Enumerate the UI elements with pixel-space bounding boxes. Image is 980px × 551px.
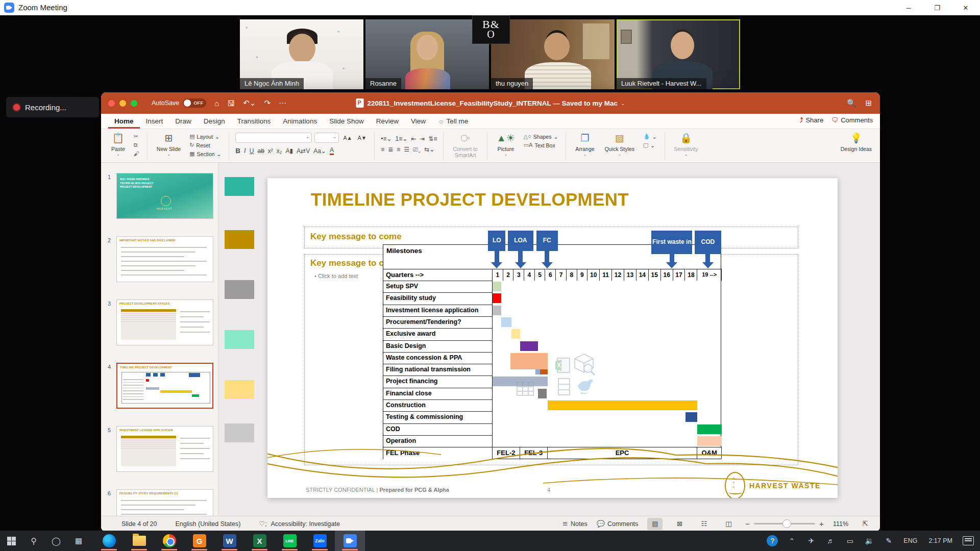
taskbar-file-explorer[interactable] xyxy=(124,531,154,551)
font-color-button[interactable]: A xyxy=(330,146,334,155)
redo-icon[interactable]: ↷ xyxy=(264,98,271,108)
slide-counter[interactable]: Slide 4 of 20 xyxy=(121,520,157,528)
columns-button[interactable]: ⎚⌄ xyxy=(413,146,421,153)
taskbar-zalo-app[interactable]: Zalo xyxy=(305,531,335,551)
theme-swatch-1[interactable] xyxy=(225,177,254,196)
task-view-icon[interactable]: ▦ xyxy=(67,531,90,551)
tab-review[interactable]: Review xyxy=(370,115,405,129)
shape-outline-button[interactable]: ▢⌄ xyxy=(642,141,658,149)
display-tray-icon[interactable]: ▭ xyxy=(841,531,859,551)
char-spacing-button[interactable]: A⇄V xyxy=(297,147,310,155)
outdent-button[interactable]: ⇤ xyxy=(411,135,416,142)
zoom-percentage[interactable]: 111% xyxy=(833,520,848,528)
reset-button[interactable]: ↻Reset xyxy=(188,141,223,149)
italic-button[interactable]: I xyxy=(244,147,246,155)
change-case-button[interactable]: Aa⌄ xyxy=(313,147,326,155)
format-painter-button[interactable]: 🖌 xyxy=(132,150,141,157)
pen-tray-icon[interactable]: ✎ xyxy=(880,531,897,551)
fit-to-window-button[interactable]: ⇱ xyxy=(857,518,873,530)
subscript-button[interactable]: x₂ xyxy=(277,147,282,155)
decrease-font-button[interactable]: A▼ xyxy=(356,133,368,143)
taskbar-line-app[interactable]: LINE xyxy=(275,531,305,551)
home-icon[interactable]: ⌂ xyxy=(214,99,219,108)
taskbar-zoom-app[interactable] xyxy=(335,531,365,551)
align-left-button[interactable]: ≡ xyxy=(381,146,384,153)
slide-thumbnail-6[interactable]: FEASIBILITY STUDY REQUIREMENTS (1) xyxy=(116,489,213,516)
taskbar-word[interactable]: W xyxy=(214,531,244,551)
participant-video-2[interactable]: Rosanne xyxy=(365,19,489,89)
mac-minimize-button[interactable] xyxy=(119,100,126,107)
tab-insert[interactable]: Insert xyxy=(140,115,169,129)
more-commands-icon[interactable]: ⋯ xyxy=(279,98,286,108)
theme-swatch-6[interactable] xyxy=(225,423,254,442)
tab-draw[interactable]: Draw xyxy=(169,115,198,129)
text-box-button[interactable]: ▭AText Box xyxy=(522,141,560,149)
align-right-button[interactable]: ≡ xyxy=(397,146,400,153)
cortana-icon[interactable]: ◯ xyxy=(45,531,67,551)
design-ideas-button[interactable]: 💡 Design Ideas xyxy=(838,131,875,154)
close-button[interactable]: ✕ xyxy=(951,0,980,15)
autosave-toggle[interactable]: OFF xyxy=(183,98,206,108)
taskbar-chrome-browser[interactable] xyxy=(154,531,184,551)
zoom-out-button[interactable]: − xyxy=(745,519,750,528)
slide-canvas[interactable]: TIMELINE PROJECT DEVELOPMENT Key message… xyxy=(267,178,838,498)
theme-swatch-3[interactable] xyxy=(225,280,254,299)
clock[interactable]: 2:17 PM xyxy=(923,537,958,544)
click-to-add-text-hint[interactable]: • Click to add text xyxy=(314,273,358,279)
gantt-chart[interactable]: MilestonesQuarters -->123456789101112131… xyxy=(383,229,721,459)
zoom-in-button[interactable]: + xyxy=(819,519,824,528)
presence-grid-icon[interactable]: ⊞ xyxy=(865,98,872,108)
mac-zoom-button[interactable] xyxy=(131,100,137,107)
document-title[interactable]: 220811_InvestmentLicense_FeasibilityStud… xyxy=(356,98,625,108)
language-indicator[interactable]: English (United States) xyxy=(176,520,241,528)
restore-button[interactable]: ❐ xyxy=(923,0,951,15)
undo-icon[interactable]: ↶⌄ xyxy=(243,98,256,108)
convert-smartart-button[interactable]: ⧂ Convert to SmartArt xyxy=(450,131,480,160)
zoom-knob[interactable] xyxy=(782,519,791,528)
numbering-button[interactable]: 1≡⌄ xyxy=(395,135,407,142)
quick-styles-button[interactable]: ▨ Quick Styles⌄ xyxy=(602,131,638,158)
action-center-icon[interactable] xyxy=(960,531,977,551)
tab-tell-me[interactable]: ☼Tell me xyxy=(432,115,474,129)
slide-thumbnail-2[interactable]: IMPORTANT NOTICE AND DISCLAIMER xyxy=(116,236,213,282)
microphone-tray-icon[interactable]: ♬ xyxy=(822,531,839,551)
taskbar-g-app[interactable]: G xyxy=(184,531,214,551)
section-button[interactable]: ▦Section ⌄ xyxy=(188,150,223,158)
strikethrough-button[interactable]: ab xyxy=(257,147,264,155)
shapes-button[interactable]: △○Shapes ⌄ xyxy=(522,133,560,140)
picture-button[interactable]: ▲☀ Picture⌄ xyxy=(494,131,518,158)
comments-pane-button[interactable]: 💬Comments xyxy=(597,520,639,528)
superscript-button[interactable]: x² xyxy=(268,147,273,155)
highlight-button[interactable]: A▮ xyxy=(285,147,293,155)
line-spacing-button[interactable]: ⇅≡ xyxy=(428,135,437,142)
tab-design[interactable]: Design xyxy=(198,115,231,129)
slide-title[interactable]: TIMELINE PROJECT DEVELOPMENT xyxy=(311,189,629,210)
shape-fill-button[interactable]: 💧⌄ xyxy=(642,133,658,140)
help-tray-icon[interactable]: ? xyxy=(764,531,781,551)
sensitivity-button[interactable]: 🔒 Sensitivity⌄ xyxy=(671,131,701,158)
notes-button[interactable]: ≌Notes xyxy=(562,520,587,528)
tab-view[interactable]: View xyxy=(405,115,432,129)
layout-button[interactable]: ▤Layout ⌄ xyxy=(188,133,223,140)
increase-font-button[interactable]: A▲ xyxy=(341,133,353,143)
accessibility-status[interactable]: ♡; Accessibility: Investigate xyxy=(259,520,340,528)
bullets-button[interactable]: •≡⌄ xyxy=(381,135,391,142)
volume-tray-icon[interactable]: 🔉 xyxy=(861,531,878,551)
tab-slide-show[interactable]: Slide Show xyxy=(323,115,370,129)
indent-button[interactable]: ⇥ xyxy=(420,135,425,142)
share-button[interactable]: ⤴ Share xyxy=(800,116,823,124)
tab-home[interactable]: Home xyxy=(108,115,140,129)
justify-button[interactable]: ☰ xyxy=(404,146,409,153)
theme-swatch-2[interactable] xyxy=(225,230,254,249)
font-name-select[interactable] xyxy=(235,133,312,143)
plane-tray-icon[interactable]: ✈ xyxy=(802,531,820,551)
tab-transitions[interactable]: Transitions xyxy=(231,115,277,129)
slide-thumbnail-3[interactable]: PROJECT DEVELOPMENT STAGES xyxy=(116,299,213,345)
slideshow-button[interactable]: ◫ xyxy=(721,518,736,530)
paste-button[interactable]: 📋 Paste⌄ xyxy=(108,131,128,158)
font-size-select[interactable] xyxy=(314,133,339,143)
reading-view-button[interactable]: ☷ xyxy=(696,518,712,530)
show-hidden-icons[interactable]: ⌃ xyxy=(783,531,800,551)
taskbar-search-icon[interactable]: ⚲ xyxy=(22,531,45,551)
slide-sorter-view-button[interactable]: ⊠ xyxy=(672,518,687,530)
